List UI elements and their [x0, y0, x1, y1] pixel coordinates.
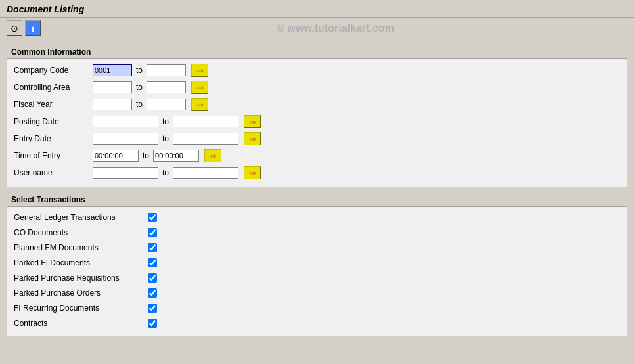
contracts-checkbox[interactable]	[148, 319, 157, 328]
general-ledger-checkbox[interactable]	[148, 213, 157, 222]
to-label-1: to	[136, 66, 143, 75]
back-button[interactable]: ⊙	[7, 20, 22, 36]
company-code-nav-btn[interactable]	[191, 64, 208, 77]
controlling-area-label: Controlling Area	[14, 83, 93, 92]
fiscal-year-label: Fiscal Year	[14, 100, 93, 109]
select-transactions-section: Select Transactions General Ledger Trans…	[7, 193, 627, 336]
company-code-input[interactable]	[93, 64, 132, 76]
list-item: Parked Purchase Requisitions	[14, 271, 620, 284]
co-documents-label: CO Documents	[14, 228, 145, 237]
co-documents-checkbox[interactable]	[148, 228, 157, 237]
title-bar: Document Listing	[0, 0, 634, 18]
parked-fi-label: Parked FI Documents	[14, 258, 145, 267]
posting-date-row: Posting Date to	[14, 114, 620, 129]
posting-date-nav-btn[interactable]	[244, 115, 261, 128]
fi-recurring-checkbox[interactable]	[148, 304, 157, 313]
select-transactions-body: General Ledger Transactions CO Documents…	[7, 207, 627, 336]
fi-recurring-label: FI Recurring Documents	[14, 304, 145, 313]
parked-purchase-req-label: Parked Purchase Requisitions	[14, 273, 145, 283]
list-item: CO Documents	[14, 226, 620, 239]
info-button[interactable]: i	[25, 20, 41, 36]
select-transactions-header: Select Transactions	[7, 193, 627, 207]
time-entry-nav-btn[interactable]	[204, 149, 221, 162]
list-item: FI Recurring Documents	[14, 302, 620, 315]
entry-date-label: Entry Date	[14, 134, 93, 143]
common-info-body: Company Code to Controlling Area to Fisc…	[7, 59, 627, 187]
toolbar: ⊙ i © www.tutorialkart.com	[0, 18, 634, 39]
watermark: © www.tutorialkart.com	[43, 22, 627, 34]
list-item: General Ledger Transactions	[14, 211, 620, 224]
entry-date-row: Entry Date to	[14, 131, 620, 146]
common-info-section: Common Information Company Code to Contr…	[7, 45, 627, 187]
to-label-4: to	[162, 117, 169, 126]
fiscal-year-row: Fiscal Year to	[14, 97, 620, 112]
user-name-nav-btn[interactable]	[244, 166, 261, 179]
planned-fm-checkbox[interactable]	[148, 243, 157, 252]
to-label-6: to	[143, 151, 149, 160]
posting-date-label: Posting Date	[14, 117, 93, 126]
parked-purchase-orders-checkbox[interactable]	[148, 288, 157, 298]
general-ledger-label: General Ledger Transactions	[14, 213, 145, 222]
list-item: Parked Purchase Orders	[14, 286, 620, 300]
list-item: Parked FI Documents	[14, 256, 620, 269]
planned-fm-label: Planned FM Documents	[14, 243, 145, 252]
fiscal-year-input[interactable]	[93, 99, 132, 110]
entry-date-to-input[interactable]	[173, 133, 238, 145]
time-entry-row: Time of Entry to	[14, 148, 620, 163]
parked-purchase-req-checkbox[interactable]	[148, 273, 157, 283]
controlling-area-row: Controlling Area to	[14, 80, 620, 95]
controlling-area-to-input[interactable]	[147, 81, 186, 93]
list-item: Planned FM Documents	[14, 241, 620, 254]
list-item: Contracts	[14, 317, 620, 330]
time-entry-to-input[interactable]	[153, 150, 199, 162]
parked-fi-checkbox[interactable]	[148, 258, 157, 267]
entry-date-input[interactable]	[93, 133, 158, 145]
to-label-2: to	[136, 83, 143, 92]
contracts-label: Contracts	[14, 319, 145, 328]
company-code-label: Company Code	[14, 66, 93, 75]
posting-date-input[interactable]	[93, 116, 158, 127]
parked-purchase-orders-label: Parked Purchase Orders	[14, 288, 145, 298]
posting-date-to-input[interactable]	[173, 116, 238, 127]
page-title: Document Listing	[7, 4, 627, 14]
user-name-input[interactable]	[93, 167, 158, 179]
entry-date-nav-btn[interactable]	[244, 132, 261, 145]
time-entry-label: Time of Entry	[14, 151, 93, 160]
common-info-header: Common Information	[7, 45, 627, 59]
to-label-7: to	[162, 168, 169, 177]
company-code-row: Company Code to	[14, 63, 620, 78]
fiscal-year-to-input[interactable]	[147, 99, 186, 110]
fiscal-year-nav-btn[interactable]	[191, 98, 208, 111]
to-label-3: to	[136, 100, 143, 109]
company-code-to-input[interactable]	[147, 64, 186, 76]
to-label-5: to	[162, 134, 169, 143]
user-name-to-input[interactable]	[173, 167, 238, 179]
controlling-area-input[interactable]	[93, 81, 132, 93]
user-name-row: User name to	[14, 166, 620, 180]
time-entry-input[interactable]	[93, 150, 139, 162]
controlling-area-nav-btn[interactable]	[191, 81, 208, 94]
user-name-label: User name	[14, 168, 93, 177]
